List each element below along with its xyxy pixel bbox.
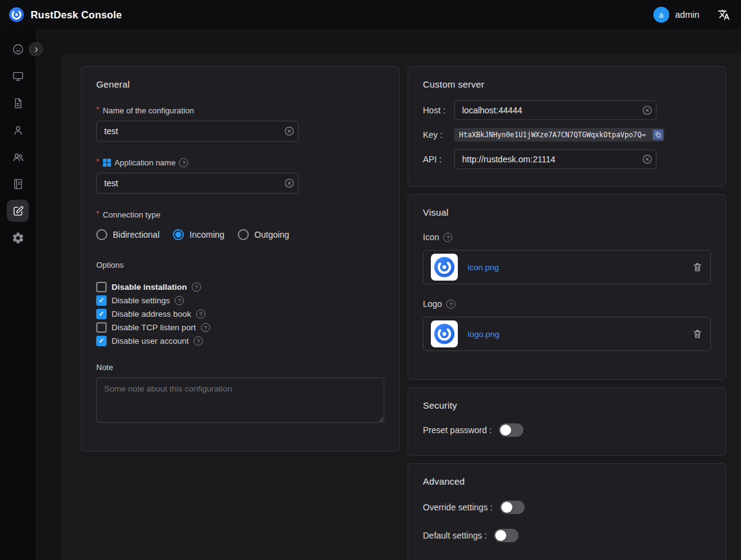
trash-icon[interactable] <box>692 262 703 273</box>
application-name-label: * Application name ? <box>96 158 384 167</box>
windows-icon <box>103 159 111 167</box>
checkbox-label: Disable settings <box>112 296 170 305</box>
name-field-label: * Name of the configuration <box>96 106 384 115</box>
security-card: Security Preset password : <box>408 387 726 456</box>
api-input[interactable] <box>454 149 656 169</box>
connection-type-label: * Connection type <box>96 210 384 219</box>
trash-icon[interactable] <box>692 328 703 339</box>
icon-label: Icon ? <box>423 232 711 242</box>
help-icon[interactable]: ? <box>196 309 205 319</box>
key-value: HtaXBkJNHyn0e1U1jWXze7A7CN7QTGWqxkOtpaVp… <box>459 131 646 139</box>
security-title: Security <box>423 400 711 411</box>
sidebar-item-settings[interactable] <box>7 227 29 249</box>
users-icon <box>12 151 25 164</box>
icon-preview <box>431 254 458 281</box>
edit-icon <box>12 205 25 218</box>
checkbox-box <box>96 295 107 306</box>
radio-dot <box>96 229 107 240</box>
icon-filename-link[interactable]: icon.png <box>468 263 499 272</box>
smiley-icon <box>12 43 25 56</box>
default-settings-label: Default settings : <box>423 531 487 540</box>
key-label: Key : <box>423 130 454 140</box>
general-card: General * Name of the configuration * <box>81 66 400 452</box>
notebook-icon <box>12 178 25 191</box>
clear-icon[interactable] <box>284 178 294 188</box>
sidebar-item-user[interactable] <box>7 119 29 141</box>
rustdesk-logo-icon <box>9 7 25 23</box>
checkbox-disable-tcp-listen-port[interactable]: Disable TCP listen port? <box>96 322 384 333</box>
checkbox-box <box>96 282 107 292</box>
user-icon <box>12 124 25 137</box>
checkbox-box <box>96 309 107 319</box>
radio-dot <box>173 229 184 240</box>
default-settings-toggle[interactable] <box>494 529 519 542</box>
note-textarea[interactable] <box>96 377 384 423</box>
help-icon[interactable]: ? <box>443 233 452 242</box>
translate-icon[interactable] <box>718 9 730 21</box>
application-name-input[interactable] <box>96 173 298 194</box>
checkbox-disable-user-account[interactable]: Disable user account? <box>96 336 384 346</box>
chevron-right-icon <box>32 46 40 53</box>
sidebar-item-document[interactable] <box>7 92 29 114</box>
username[interactable]: admin <box>675 10 700 20</box>
options-label: Options <box>96 260 384 270</box>
preset-password-label: Preset password : <box>423 425 492 435</box>
sidebar <box>0 29 36 560</box>
override-settings-label: Override settings : <box>423 502 493 512</box>
radio-outgoing[interactable]: Outgoing <box>238 229 289 240</box>
host-input[interactable] <box>454 100 656 120</box>
sidebar-expand-button[interactable] <box>29 42 43 56</box>
sidebar-item-edit[interactable] <box>7 200 29 222</box>
radio-incoming[interactable]: Incoming <box>173 229 224 240</box>
main-area: General * Name of the configuration * <box>36 29 741 560</box>
help-icon[interactable]: ? <box>192 282 201 292</box>
checkbox-disable-installation[interactable]: Disable installation? <box>96 282 384 292</box>
checkbox-disable-address-book[interactable]: Disable address book? <box>96 309 384 319</box>
radio-label: Outgoing <box>254 230 289 240</box>
visual-title: Visual <box>423 207 711 218</box>
app-title: RustDesk Console <box>31 9 122 21</box>
custom-server-card: Custom server Host : Key : <box>408 66 726 187</box>
clear-icon[interactable] <box>284 126 294 136</box>
preset-password-toggle[interactable] <box>499 423 523 437</box>
clear-icon[interactable] <box>642 105 652 115</box>
radio-bidirectional[interactable]: Bidirectional <box>96 229 159 240</box>
radio-dot <box>238 229 249 240</box>
connection-type-group: BidirectionalIncomingOutgoing <box>96 229 384 240</box>
radio-label: Bidirectional <box>113 230 159 240</box>
help-icon[interactable]: ? <box>175 296 184 305</box>
clear-icon[interactable] <box>642 154 652 164</box>
note-label: Note <box>96 363 384 372</box>
monitor-icon <box>12 70 25 83</box>
api-label: API : <box>423 154 454 164</box>
options-group: Disable installation?Disable settings?Di… <box>96 282 384 346</box>
sidebar-item-notebook[interactable] <box>7 173 29 195</box>
sidebar-item-smiley[interactable] <box>7 38 29 60</box>
content-panel: General * Name of the configuration * <box>61 54 741 560</box>
help-icon[interactable]: ? <box>201 323 210 332</box>
checkbox-box <box>96 336 107 346</box>
advanced-title: Advanced <box>423 476 711 486</box>
checkbox-label: Disable installation <box>112 282 187 292</box>
required-asterisk: * <box>96 159 99 165</box>
help-icon[interactable]: ? <box>446 300 455 309</box>
advanced-card: Advanced Override settings : Default set… <box>408 463 726 560</box>
checkbox-label: Disable address book <box>112 309 191 319</box>
help-icon[interactable]: ? <box>179 158 188 167</box>
sidebar-item-monitor[interactable] <box>7 65 29 87</box>
checkbox-disable-settings[interactable]: Disable settings? <box>96 295 384 306</box>
document-icon <box>12 97 25 110</box>
icon-upload-box[interactable]: icon.png <box>423 250 711 284</box>
logo-filename-link[interactable]: logo.png <box>468 330 500 339</box>
override-settings-toggle[interactable] <box>500 501 525 514</box>
copy-icon[interactable] <box>653 130 663 140</box>
logo-label: Logo ? <box>423 299 711 309</box>
sidebar-item-users[interactable] <box>7 146 29 168</box>
required-asterisk: * <box>96 107 99 113</box>
config-name-input[interactable] <box>96 121 298 142</box>
help-icon[interactable]: ? <box>194 336 203 346</box>
avatar[interactable]: a <box>653 7 669 23</box>
gear-icon <box>12 232 25 244</box>
checkbox-label: Disable user account <box>112 336 189 346</box>
logo-upload-box[interactable]: logo.png <box>423 317 711 351</box>
